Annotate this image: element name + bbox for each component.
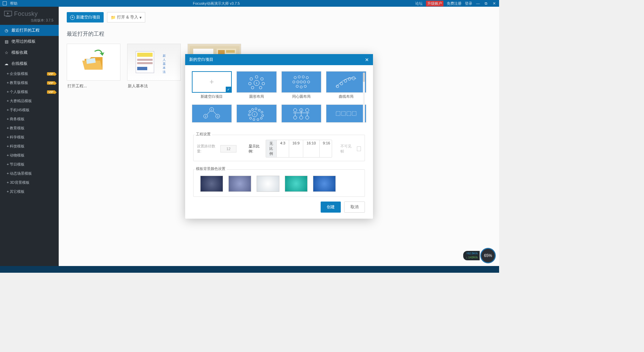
svg-point-32: [306, 77, 309, 79]
ratio-option[interactable]: 4:3: [277, 140, 289, 157]
project-card[interactable]: 新 人 基 本 法 新人基本法: [127, 44, 181, 89]
bg-swatch[interactable]: [285, 176, 308, 192]
ratio-buttons: 无比例4:316:916:109:16: [266, 140, 332, 158]
plus-circle-icon: +: [70, 15, 75, 20]
new-blank-button[interactable]: + 新建空白项目: [67, 12, 104, 23]
ratio-option[interactable]: 16:9: [289, 140, 303, 157]
sidebar-sub-item[interactable]: + 个人版模板VIP: [0, 87, 59, 96]
settings-group-title: 工程设置: [195, 132, 212, 137]
project-card-open[interactable]: 打开工程...: [67, 44, 120, 89]
sidebar-item-used-templates[interactable]: ▤ 使用过的模板: [0, 36, 59, 47]
sidebar-item-online[interactable]: ☁ 在线模板: [0, 58, 59, 69]
invisible-frame-checkbox[interactable]: [357, 146, 361, 151]
svg-point-72: [293, 108, 297, 112]
svg-point-76: [300, 116, 303, 119]
svg-point-34: [297, 81, 299, 83]
brand-name: Focusky: [14, 10, 38, 17]
svg-text:基: 基: [163, 62, 166, 65]
open-import-button[interactable]: 📁 打开 & 导入 ▾: [107, 12, 145, 23]
vip-badge: VIP: [47, 90, 55, 94]
sidebar-sub-item[interactable]: + 3D背景模板: [0, 178, 59, 187]
sidebar-item-label: + 3D背景模板: [7, 180, 30, 185]
svg-point-61: [253, 119, 255, 121]
create-button[interactable]: 创建: [321, 202, 341, 213]
svg-point-22: [250, 78, 253, 80]
layout-scrollbar[interactable]: [363, 73, 365, 123]
svg-point-40: [304, 85, 307, 88]
svg-text:新: 新: [163, 54, 166, 57]
ratio-option[interactable]: 9:16: [320, 140, 332, 157]
plus-icon: +: [210, 78, 214, 86]
svg-line-53: [213, 111, 216, 115]
os-taskbar[interactable]: [0, 266, 499, 273]
maximize-button[interactable]: ⧉: [484, 1, 488, 6]
sidebar-sub-item[interactable]: + 其它模板: [0, 187, 59, 196]
sidebar-sub-item[interactable]: + 商务模板: [0, 115, 59, 124]
close-window-button[interactable]: ✕: [492, 1, 496, 6]
minimize-button[interactable]: —: [476, 1, 480, 6]
svg-point-42: [340, 82, 343, 85]
layout-circle[interactable]: 1 圆形布局: [236, 71, 277, 99]
sidebar-sub-item[interactable]: + 企业版模板VIP: [0, 69, 59, 78]
modal-close-button[interactable]: ✕: [365, 57, 369, 62]
svg-point-33: [293, 81, 295, 83]
sidebar-sub-item[interactable]: + 手机H5模板: [0, 105, 59, 115]
layout-label: 圆形布局: [236, 93, 277, 99]
sidebar-item-favorites[interactable]: ☆ 模板收藏: [0, 47, 59, 58]
vip-badge: VIP: [47, 72, 55, 76]
sidebar-item-label: + 个人版模板: [7, 89, 28, 94]
bg-group-title: 模板背景颜色设置: [195, 166, 227, 171]
svg-point-56: [258, 109, 260, 111]
sidebar-sub-item[interactable]: + 大赛精品模板: [0, 96, 59, 105]
help-menu[interactable]: 帮助: [10, 1, 17, 6]
layout-tree[interactable]: 123: [192, 104, 232, 123]
cancel-button[interactable]: 取消: [344, 202, 365, 213]
sidebar-sub-item[interactable]: + 科技模板: [0, 142, 59, 151]
svg-rect-7: [137, 59, 153, 61]
sidebar-sub-item[interactable]: + 动物模板: [0, 151, 59, 160]
sidebar: Focusky 当前版本: 3.7.5 ◷ 最近打开的工程 ▤ 使用过的模板 ☆…: [0, 7, 59, 266]
svg-point-26: [259, 86, 262, 89]
sidebar-sub-item[interactable]: + 节日模板: [0, 160, 59, 169]
svg-point-38: [296, 85, 299, 88]
layout-blank[interactable]: + ✓ 新建空白项目: [192, 71, 232, 99]
register-link[interactable]: 免费注册: [447, 1, 462, 6]
svg-point-66: [255, 108, 257, 110]
ratio-option[interactable]: 16:10: [303, 140, 320, 157]
layout-label: 曲线布局: [326, 93, 366, 99]
sidebar-item-label: 最近打开的工程: [11, 28, 40, 33]
app-mini-icon: [3, 1, 7, 5]
project-label: 打开工程...: [67, 81, 120, 89]
upgrade-account[interactable]: 升级账户: [426, 1, 443, 6]
project-label: 新人基本法: [127, 81, 181, 89]
layout-frames[interactable]: [326, 104, 366, 123]
svg-point-77: [306, 116, 309, 119]
ratio-option[interactable]: 无比例: [266, 140, 277, 157]
bg-swatch[interactable]: [200, 176, 223, 192]
layout-org[interactable]: [281, 104, 322, 123]
titlebar-title: Focusky动画演示大师 v3.7.5: [17, 1, 415, 6]
sidebar-sub-item[interactable]: + 教育模板: [0, 124, 59, 133]
check-icon: ✓: [226, 87, 231, 92]
bg-swatch[interactable]: [257, 176, 279, 192]
layout-curve[interactable]: 曲线布局: [326, 71, 366, 99]
forum-link[interactable]: 论坛: [415, 1, 423, 6]
sidebar-item-recent[interactable]: ◷ 最近打开的工程: [0, 25, 59, 36]
bg-swatch[interactable]: [228, 176, 251, 192]
svg-point-36: [304, 81, 306, 83]
brand-icon: [4, 10, 12, 17]
sidebar-sub-item[interactable]: + 科学模板: [0, 133, 59, 142]
layout-concentric[interactable]: 同心圆布局: [281, 71, 322, 99]
sidebar-item-label: + 手机H5模板: [7, 107, 30, 113]
login-link[interactable]: 登录: [465, 1, 472, 6]
path-count-label: 设置路径数量:: [197, 144, 217, 154]
network-widget[interactable]: ↑62.5K/s ↓ 142K/s 65%: [463, 248, 496, 263]
svg-point-75: [293, 116, 297, 119]
sidebar-sub-item[interactable]: + 动态场景模板: [0, 169, 59, 178]
svg-text:1: 1: [211, 108, 212, 111]
sidebar-sub-item[interactable]: + 教育版模板VIP: [0, 78, 59, 87]
content-area: + 新建空白项目 📁 打开 & 导入 ▾ 最近打开的工程: [59, 7, 499, 266]
layout-spiral[interactable]: 1: [236, 104, 277, 123]
layout-label: 同心圆布局: [281, 93, 322, 99]
bg-swatch[interactable]: [313, 176, 336, 192]
